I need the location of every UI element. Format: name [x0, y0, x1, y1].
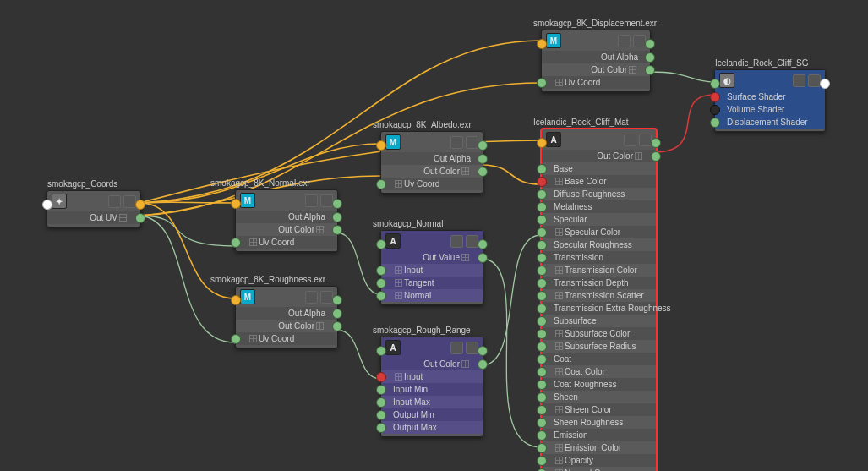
port-in[interactable] [376, 266, 386, 276]
port-in[interactable] [537, 253, 547, 263]
port-out[interactable] [651, 151, 661, 162]
ui-chip[interactable] [108, 195, 121, 208]
port-in[interactable] [537, 405, 547, 415]
node-graph[interactable]: smokagcp_Coords ✦ Out UV smokagcp_8K_Nor… [0, 0, 868, 471]
port-in[interactable] [537, 443, 547, 453]
port-in[interactable] [537, 418, 547, 428]
port-header-in[interactable] [376, 140, 386, 151]
ui-chip[interactable] [808, 74, 821, 87]
port-in[interactable] [231, 238, 241, 248]
port-in[interactable] [376, 179, 386, 189]
port-in[interactable] [537, 354, 547, 364]
port-header-in[interactable] [376, 239, 386, 249]
port-in[interactable] [537, 78, 547, 88]
node-material[interactable]: Icelandic_Rock_Cliff_Mat A Out ColorBase… [541, 129, 657, 471]
ui-chip[interactable] [624, 134, 636, 146]
port-in[interactable] [376, 423, 386, 433]
port-out[interactable] [332, 225, 342, 235]
port-out[interactable] [478, 154, 488, 164]
node-normal[interactable]: smokagcp_Normal A Out Value Input Tangen… [380, 230, 483, 305]
port-header-out[interactable] [478, 346, 488, 356]
ui-chip[interactable] [123, 195, 136, 208]
port-in[interactable] [376, 397, 386, 408]
port-out[interactable] [645, 65, 655, 75]
ui-chip[interactable] [320, 291, 333, 304]
node-roughness-tex[interactable]: smokagcp_8K_Roughness.exr M Out Alpha Ou… [235, 286, 338, 348]
node-shading-group[interactable]: Icelandic_Rock_Cliff_SG ◐ Surface Shader… [714, 69, 826, 132]
port-out[interactable] [332, 309, 342, 319]
port-in[interactable] [537, 177, 547, 187]
port-in[interactable] [537, 456, 547, 466]
port-out[interactable] [478, 253, 488, 263]
port-in[interactable] [537, 215, 547, 225]
node-albedo-tex[interactable]: smokagcp_8K_Albedo.exr M Out Alpha Out C… [380, 131, 483, 194]
port-in[interactable] [537, 342, 547, 352]
port-header-in[interactable] [710, 79, 720, 89]
port-in[interactable] [537, 430, 547, 441]
port-header-out[interactable] [478, 239, 488, 249]
port-in[interactable] [537, 304, 547, 314]
port-in[interactable] [376, 410, 386, 420]
port-header-out[interactable] [645, 39, 655, 49]
ui-chip[interactable] [793, 74, 805, 87]
port-in[interactable] [537, 367, 547, 377]
port-header-out[interactable] [332, 295, 342, 305]
ui-chip[interactable] [450, 342, 463, 354]
port-in[interactable] [537, 164, 547, 174]
port-header-in[interactable] [231, 199, 241, 209]
port-in[interactable] [231, 334, 241, 344]
port-in[interactable] [537, 380, 547, 390]
node-coords[interactable]: smokagcp_Coords ✦ Out UV [46, 190, 141, 227]
port-in[interactable] [537, 240, 547, 250]
port-in[interactable] [376, 372, 386, 382]
port-in[interactable] [537, 291, 547, 301]
port-in[interactable] [537, 266, 547, 276]
port-out-uv[interactable] [135, 213, 145, 223]
port-label: Base [554, 162, 573, 175]
port-in[interactable] [376, 385, 386, 395]
ui-chip[interactable] [466, 136, 478, 149]
node-disp-tex[interactable]: smokagcp_8K_Displacement.exr M Out Alpha… [541, 30, 651, 92]
port-header-in[interactable] [537, 39, 547, 49]
port-in[interactable] [376, 291, 386, 301]
port-in[interactable] [710, 118, 720, 128]
ui-chip[interactable] [305, 291, 318, 304]
port-in[interactable] [537, 202, 547, 212]
port-header-out[interactable] [820, 79, 830, 89]
port-label: Volume Shader [727, 103, 784, 116]
port-in[interactable] [537, 329, 547, 339]
ui-chip[interactable] [305, 194, 318, 207]
port-in[interactable] [537, 392, 547, 403]
node-rough-range[interactable]: smokagcp_Rough_Range A Out Color Input I… [380, 337, 483, 437]
port-in[interactable] [537, 316, 547, 326]
port-in[interactable] [376, 278, 386, 288]
port-header-in[interactable] [231, 295, 241, 305]
ui-chip[interactable] [450, 235, 463, 248]
port-header-out[interactable] [478, 140, 488, 151]
port-header-in[interactable] [537, 138, 547, 148]
port-out[interactable] [332, 212, 342, 222]
port-header-out[interactable] [332, 199, 342, 209]
ui-chip[interactable] [618, 35, 631, 47]
ui-chip[interactable] [320, 194, 333, 207]
port-label: Emission Color [565, 441, 621, 454]
port-header-out[interactable] [135, 200, 145, 210]
port-header-in[interactable] [376, 346, 386, 356]
port-in[interactable] [537, 227, 547, 238]
ui-chip[interactable] [633, 35, 646, 47]
port-in[interactable] [710, 92, 720, 102]
port-in[interactable] [537, 189, 547, 200]
port-out[interactable] [332, 321, 342, 331]
node-normal-tex[interactable]: smokagcp_8K_Normal.exr M Out Alpha Out C… [235, 189, 338, 252]
ui-chip[interactable] [639, 134, 652, 146]
ui-chip[interactable] [450, 136, 463, 149]
port-header-out[interactable] [651, 138, 661, 148]
ui-chip[interactable] [466, 342, 478, 354]
port-in[interactable] [537, 278, 547, 288]
port-out[interactable] [645, 52, 655, 63]
ui-chip[interactable] [466, 235, 478, 248]
port-out[interactable] [478, 167, 488, 177]
port-out[interactable] [478, 359, 488, 370]
port-header-in[interactable] [42, 200, 52, 210]
port-in[interactable] [710, 105, 720, 115]
